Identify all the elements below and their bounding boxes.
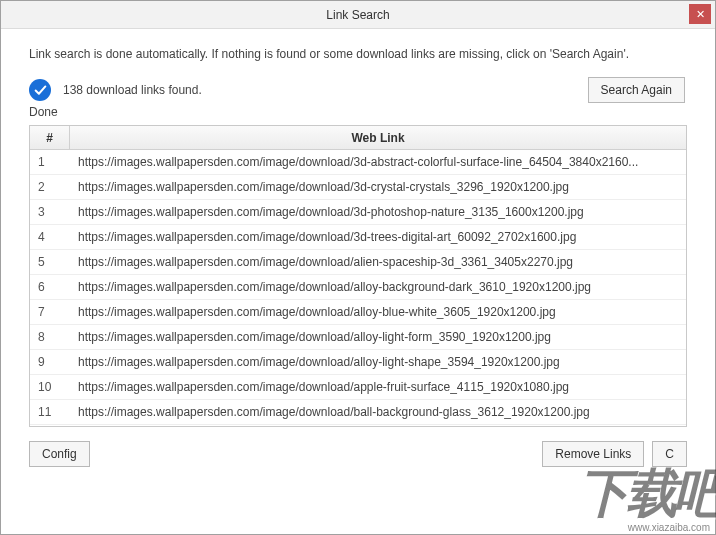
table-row[interactable]: 6https://images.wallpapersden.com/image/… [30, 275, 686, 300]
table-row[interactable]: 11https://images.wallpapersden.com/image… [30, 400, 686, 425]
cell-weblink: https://images.wallpapersden.com/image/d… [70, 180, 686, 194]
config-button[interactable]: Config [29, 441, 90, 467]
col-header-weblink[interactable]: Web Link [70, 126, 686, 149]
table-row[interactable]: 5https://images.wallpapersden.com/image/… [30, 250, 686, 275]
cell-weblink: https://images.wallpapersden.com/image/d… [70, 330, 686, 344]
content-area: Link search is done automatically. If no… [1, 29, 715, 534]
cell-weblink: https://images.wallpapersden.com/image/d… [70, 205, 686, 219]
cell-number: 9 [30, 355, 70, 369]
table-row[interactable]: 10https://images.wallpapersden.com/image… [30, 375, 686, 400]
cell-weblink: https://images.wallpapersden.com/image/d… [70, 280, 686, 294]
footer-buttons: Config Remove Links C [1, 427, 715, 481]
cell-number: 7 [30, 305, 70, 319]
close-button[interactable]: ✕ [689, 4, 711, 24]
cell-number: 6 [30, 280, 70, 294]
cell-weblink: https://images.wallpapersden.com/image/d… [70, 230, 686, 244]
cell-weblink: https://images.wallpapersden.com/image/d… [70, 355, 686, 369]
table-row[interactable]: 9https://images.wallpapersden.com/image/… [30, 350, 686, 375]
table-row[interactable]: 3https://images.wallpapersden.com/image/… [30, 200, 686, 225]
check-icon [29, 79, 51, 101]
description-text: Link search is done automatically. If no… [1, 29, 715, 73]
cell-weblink: https://images.wallpapersden.com/image/d… [70, 255, 686, 269]
done-label: Done [1, 103, 715, 125]
cell-number: 3 [30, 205, 70, 219]
col-header-number[interactable]: # [30, 126, 70, 149]
table-row[interactable]: 1https://images.wallpapersden.com/image/… [30, 150, 686, 175]
cell-number: 1 [30, 155, 70, 169]
remove-links-button[interactable]: Remove Links [542, 441, 644, 467]
table-body[interactable]: 1https://images.wallpapersden.com/image/… [30, 150, 686, 426]
ok-button-partial[interactable]: C [652, 441, 687, 467]
table-row[interactable]: 2https://images.wallpapersden.com/image/… [30, 175, 686, 200]
cell-weblink: https://images.wallpapersden.com/image/d… [70, 405, 686, 419]
cell-number: 5 [30, 255, 70, 269]
cell-number: 10 [30, 380, 70, 394]
cell-number: 8 [30, 330, 70, 344]
cell-number: 11 [30, 405, 70, 419]
search-again-button[interactable]: Search Again [588, 77, 685, 103]
status-row: 138 download links found. Search Again [1, 73, 715, 103]
titlebar: Link Search ✕ [1, 1, 715, 29]
cell-weblink: https://images.wallpapersden.com/image/d… [70, 305, 686, 319]
close-icon: ✕ [696, 8, 705, 21]
cell-number: 2 [30, 180, 70, 194]
table-row[interactable]: 8https://images.wallpapersden.com/image/… [30, 325, 686, 350]
table-row[interactable]: 7https://images.wallpapersden.com/image/… [30, 300, 686, 325]
cell-weblink: https://images.wallpapersden.com/image/d… [70, 155, 686, 169]
cell-weblink: https://images.wallpapersden.com/image/d… [70, 380, 686, 394]
table-header: # Web Link [30, 126, 686, 150]
status-text: 138 download links found. [63, 83, 588, 97]
window-title: Link Search [326, 8, 389, 22]
table-row[interactable]: 4https://images.wallpapersden.com/image/… [30, 225, 686, 250]
cell-number: 4 [30, 230, 70, 244]
links-table: # Web Link 1https://images.wallpapersden… [29, 125, 687, 427]
link-search-window: Link Search ✕ Link search is done automa… [0, 0, 716, 535]
